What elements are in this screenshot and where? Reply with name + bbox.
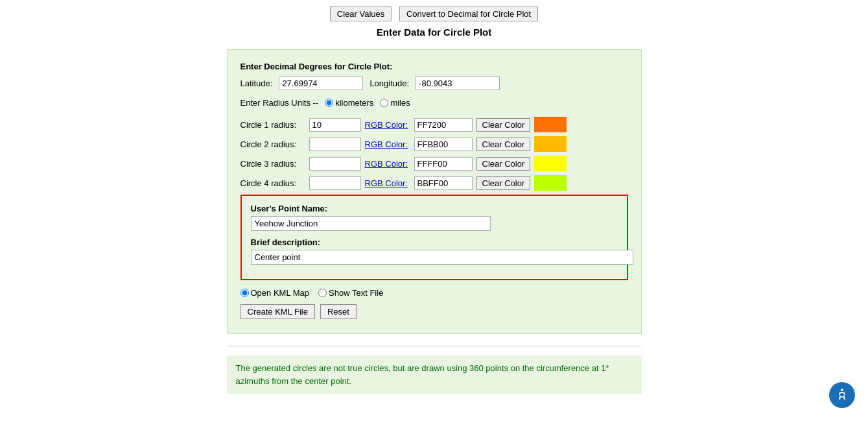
accessibility-icon[interactable] bbox=[829, 382, 855, 394]
show-text-radio[interactable] bbox=[318, 289, 327, 297]
circle-2-row: Circle 2 radius: RGB Color: Clear Color bbox=[240, 136, 628, 152]
divider bbox=[227, 346, 642, 346]
circle-2-swatch bbox=[534, 136, 567, 152]
km-radio-label[interactable]: kilometers bbox=[325, 98, 373, 108]
circle-2-clear-button[interactable]: Clear Color bbox=[476, 138, 531, 151]
circle-4-row: Circle 4 radius: RGB Color: Clear Color bbox=[240, 175, 628, 191]
latitude-input[interactable] bbox=[279, 77, 363, 90]
km-radio[interactable] bbox=[325, 99, 333, 107]
radius-units-label: Enter Radius Units -- bbox=[240, 98, 319, 108]
longitude-label: Longitude: bbox=[369, 78, 409, 88]
svg-point-0 bbox=[841, 389, 843, 391]
circle-3-clear-button[interactable]: Clear Color bbox=[476, 157, 531, 171]
user-point-name-input[interactable] bbox=[251, 216, 491, 231]
output-row: Open KML Map Show Text File bbox=[240, 288, 628, 298]
user-point-name-label: User's Point Name: bbox=[251, 204, 618, 213]
convert-button[interactable]: Convert to Decimal for Circle Plot bbox=[399, 6, 538, 21]
action-row: Create KML File Reset bbox=[240, 304, 628, 319]
circle-4-color-input[interactable] bbox=[414, 176, 473, 190]
note-box: The generated circles are not true circl… bbox=[227, 355, 642, 394]
user-point-box: User's Point Name: Brief description: bbox=[240, 195, 628, 280]
open-kml-text: Open KML Map bbox=[251, 288, 310, 298]
circle-1-clear-button[interactable]: Clear Color bbox=[476, 118, 531, 132]
accessibility-svg bbox=[834, 387, 850, 394]
circle-3-radius[interactable] bbox=[309, 157, 361, 171]
km-label-text: kilometers bbox=[335, 98, 373, 108]
main-container: Enter Data for Circle Plot Enter Decimal… bbox=[227, 27, 642, 394]
radius-units-row: Enter Radius Units -- kilometers miles bbox=[240, 98, 628, 108]
show-text-label[interactable]: Show Text File bbox=[318, 288, 383, 298]
circle-3-rgb-link[interactable]: RGB Color: bbox=[365, 159, 410, 169]
circle-1-swatch bbox=[534, 117, 567, 132]
latitude-label: Latitude: bbox=[240, 78, 273, 88]
circle-1-row: Circle 1 radius: RGB Color: Clear Color bbox=[240, 117, 628, 132]
lat-lon-row: Latitude: Longitude: bbox=[240, 77, 628, 90]
circle-4-rgb-link[interactable]: RGB Color: bbox=[365, 178, 410, 188]
decimal-degrees-label: Enter Decimal Degrees for Circle Plot: bbox=[240, 62, 628, 71]
open-kml-label[interactable]: Open KML Map bbox=[240, 288, 310, 298]
circle-2-rgb-link[interactable]: RGB Color: bbox=[365, 139, 410, 149]
form-box: Enter Decimal Degrees for Circle Plot: L… bbox=[227, 49, 642, 334]
clear-values-button[interactable]: Clear Values bbox=[330, 6, 392, 21]
miles-radio-label[interactable]: miles bbox=[380, 98, 410, 108]
brief-desc-label: Brief description: bbox=[251, 237, 618, 247]
circle-2-radius[interactable] bbox=[309, 138, 361, 151]
create-kml-button[interactable]: Create KML File bbox=[240, 304, 315, 319]
circle-4-clear-button[interactable]: Clear Color bbox=[476, 176, 531, 190]
circle-3-swatch bbox=[534, 156, 567, 171]
longitude-input[interactable] bbox=[416, 77, 500, 90]
circle-1-label: Circle 1 radius: bbox=[240, 120, 305, 130]
show-text-text: Show Text File bbox=[329, 288, 383, 298]
miles-label-text: miles bbox=[390, 98, 410, 108]
miles-radio[interactable] bbox=[380, 99, 388, 107]
page-title: Enter Data for Circle Plot bbox=[227, 27, 642, 38]
reset-button[interactable]: Reset bbox=[320, 304, 357, 319]
open-kml-radio[interactable] bbox=[240, 289, 249, 297]
circle-2-label: Circle 2 radius: bbox=[240, 139, 305, 149]
circle-3-row: Circle 3 radius: RGB Color: Clear Color bbox=[240, 156, 628, 171]
circle-1-rgb-link[interactable]: RGB Color: bbox=[365, 120, 410, 130]
note-text: The generated circles are not true circl… bbox=[236, 363, 609, 386]
circle-4-radius[interactable] bbox=[309, 176, 361, 190]
circle-3-color-input[interactable] bbox=[414, 157, 473, 171]
circle-4-swatch bbox=[534, 175, 567, 191]
circle-4-label: Circle 4 radius: bbox=[240, 178, 305, 188]
circle-3-label: Circle 3 radius: bbox=[240, 159, 305, 169]
circle-2-color-input[interactable] bbox=[414, 138, 473, 151]
circle-1-radius[interactable] bbox=[309, 118, 361, 132]
top-buttons-area: Clear Values Convert to Decimal for Circ… bbox=[0, 0, 868, 27]
circle-1-color-input[interactable] bbox=[414, 118, 473, 132]
brief-desc-input[interactable] bbox=[251, 250, 633, 265]
